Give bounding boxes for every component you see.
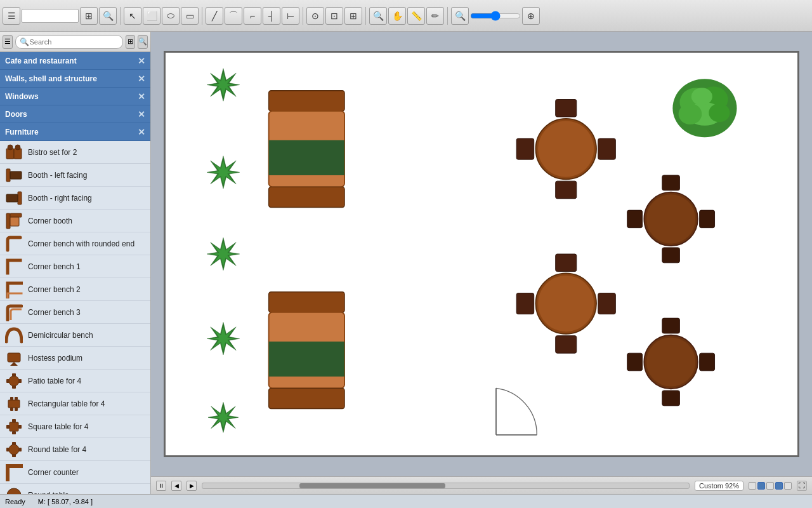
shape-corner-bench-2[interactable]: Corner bench 2 [0, 278, 150, 301]
svg-marker-12 [10, 362, 18, 366]
canvas-paper[interactable] [164, 51, 799, 457]
pan-btn[interactable]: ✋ [388, 7, 406, 25]
svg-rect-75 [598, 293, 616, 314]
line-tool[interactable]: ╱ [206, 7, 223, 25]
shape-square-table-4[interactable]: Square table for 4 [0, 415, 150, 438]
svg-rect-81 [700, 353, 715, 371]
search-toggle-btn[interactable]: 🔍 [138, 35, 148, 49]
ready-status: Ready [5, 498, 25, 505]
zoom-dot-1[interactable] [749, 482, 756, 490]
category-furniture-close[interactable]: ✕ [138, 127, 145, 137]
shape-patio-table-4[interactable]: Patio table for 4 [0, 370, 150, 392]
shape-booth-right[interactable]: Booth - right facing [0, 187, 150, 210]
plant-2[interactable] [207, 156, 239, 189]
category-cafe-close[interactable]: ✕ [138, 56, 145, 66]
plant-3[interactable] [207, 237, 239, 270]
expand-btn[interactable]: ⛶ [797, 481, 807, 491]
zoom-dot-3[interactable] [766, 482, 774, 490]
plant-5[interactable] [208, 402, 239, 432]
corner-bench-2-icon [5, 281, 23, 298]
zoom-in-btn[interactable]: 🔍 [369, 7, 387, 25]
category-windows-close[interactable]: ✕ [138, 91, 145, 102]
shape-demicircular-bench[interactable]: Demicircular bench [0, 324, 150, 347]
shape-corner-bench-1[interactable]: Corner bench 1 [0, 255, 150, 278]
round-table-set-2[interactable] [627, 175, 715, 263]
scrollbar-thumb[interactable] [299, 483, 445, 488]
shape-corner-counter[interactable]: Corner counter [0, 461, 150, 484]
demicircular-bench-label: Demicircular bench [28, 331, 93, 340]
zoom-dot-4[interactable] [775, 482, 783, 490]
category-cafe[interactable]: Cafe and restaurant ✕ [0, 52, 150, 70]
pause-btn[interactable]: ⏸ [156, 481, 166, 491]
category-doors-close[interactable]: ✕ [138, 109, 145, 119]
wall-tool[interactable]: ┤ [263, 7, 280, 25]
category-doors[interactable]: Doors ✕ [0, 105, 150, 123]
zoom-dot-5[interactable] [784, 482, 792, 490]
horizontal-scrollbar[interactable] [202, 483, 690, 489]
booth-right-icon [5, 189, 23, 207]
canvas-area[interactable]: ⏸ ◀ ▶ Custom 92% ⛶ [151, 32, 812, 494]
svg-rect-58 [269, 342, 344, 377]
plant-1[interactable] [207, 69, 239, 101]
round-table-set-4[interactable] [627, 318, 715, 406]
svg-point-33 [7, 488, 21, 495]
door-arc[interactable] [496, 388, 537, 435]
zoom-out-btn[interactable]: 🔍 [451, 7, 469, 25]
grid-view-btn[interactable]: ⊞ [80, 7, 98, 25]
shape-corner-booth[interactable]: Corner booth [0, 210, 150, 232]
shape-corner-bench-3[interactable]: Corner bench 3 [0, 301, 150, 324]
panel-toggle[interactable]: ☰ [3, 7, 20, 25]
arc-tool[interactable]: ⌒ [225, 7, 242, 25]
round-table-set-3[interactable] [516, 254, 615, 353]
booth-top[interactable] [269, 91, 344, 208]
scroll-left-btn[interactable]: ◀ [171, 481, 181, 491]
shape-rect-table-4[interactable]: Rectangular table for 4 [0, 392, 150, 415]
plant-4[interactable] [207, 323, 239, 355]
bistro-set-label: Bistro set for 2 [28, 148, 77, 157]
list-view-btn[interactable]: ☰ [3, 35, 13, 49]
shape-hostess-podium[interactable]: Hostess podium [0, 347, 150, 370]
round-table-icon [5, 486, 23, 495]
canvas-scroll[interactable] [151, 32, 812, 476]
grid-toggle-btn[interactable]: ⊞ [126, 35, 136, 49]
wall2-tool[interactable]: ⊢ [282, 7, 299, 25]
zoom-dot-2[interactable] [757, 482, 765, 490]
svg-rect-54 [269, 140, 344, 175]
zoom-slider[interactable] [470, 11, 521, 21]
scroll-right-btn[interactable]: ▶ [187, 481, 197, 491]
booth-right-label: Booth - right facing [28, 194, 92, 203]
zoom-fit-btn[interactable]: ⊕ [522, 7, 540, 25]
booth-bottom[interactable] [269, 292, 344, 409]
search-input[interactable] [15, 35, 123, 49]
category-furniture[interactable]: Furniture ✕ [0, 123, 150, 141]
shape-tool3[interactable]: ⊞ [344, 7, 362, 25]
measure-btn[interactable]: 📏 [407, 7, 425, 25]
zoom-label[interactable]: Custom 92% [695, 481, 743, 491]
shape-corner-bench-rounded[interactable]: Corner bench with rounded end [0, 232, 150, 255]
search-btn[interactable]: 🔍 [99, 7, 117, 25]
svg-rect-21 [10, 408, 13, 411]
shape-tool1[interactable]: ⊙ [306, 7, 324, 25]
select-tool[interactable]: ↖ [124, 7, 141, 25]
category-walls[interactable]: Walls, shell and structure ✕ [0, 70, 150, 88]
corner-booth-label: Corner booth [28, 217, 72, 225]
shape-bistro-set-for-2[interactable]: Bistro set for 2 [0, 141, 150, 164]
rect-tool[interactable]: ▭ [181, 7, 199, 25]
category-windows-label: Windows [5, 92, 39, 101]
rect-select-tool[interactable]: ⬜ [143, 7, 160, 25]
plant-succulent[interactable] [672, 79, 737, 137]
polyline-tool[interactable]: ⌐ [244, 7, 261, 25]
svg-rect-27 [18, 425, 22, 429]
ellipse-select-tool[interactable]: ⬭ [162, 7, 180, 25]
svg-rect-30 [12, 454, 16, 457]
rect-table-4-icon [5, 395, 23, 413]
shape-round-table-4[interactable]: Round table for 4 [0, 438, 150, 461]
category-windows[interactable]: Windows ✕ [0, 88, 150, 105]
round-table-set-1[interactable] [516, 100, 615, 199]
corner-counter-label: Corner counter [28, 468, 79, 477]
shape-round-table[interactable]: Round table [0, 484, 150, 494]
shape-booth-left[interactable]: Booth - left facing [0, 164, 150, 187]
category-walls-close[interactable]: ✕ [138, 74, 145, 84]
shape-tool2[interactable]: ⊡ [325, 7, 343, 25]
pencil-btn[interactable]: ✏ [426, 7, 444, 25]
